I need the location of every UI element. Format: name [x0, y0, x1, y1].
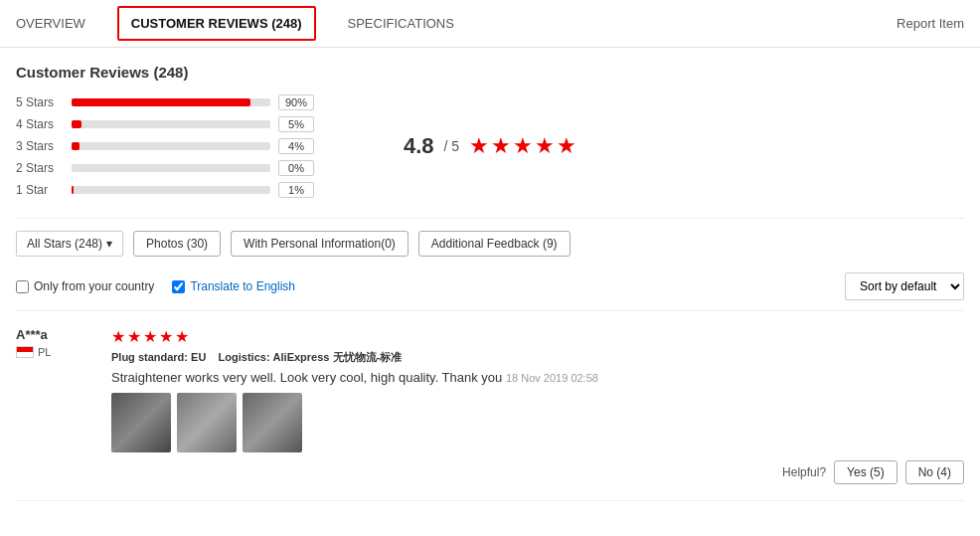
logistics-label: Logistics: [219, 351, 270, 363]
reviewer-name: A***a [16, 327, 48, 342]
rating-bars: 5 Stars 90% 4 Stars 5% 3 Stars 4% 2 Star… [16, 94, 334, 198]
translate-checkbox-item: Translate to English [172, 279, 295, 293]
reviewer-country: PL [38, 346, 51, 358]
bar-pct: 5% [278, 116, 314, 132]
bar-pct: 0% [278, 160, 314, 176]
star-4: ★ [535, 133, 555, 159]
score-number: 4.8 [404, 133, 434, 159]
star-1: ★ [469, 133, 489, 159]
bar-fill [72, 186, 74, 194]
review-body: Straightener works very well. Look very … [111, 370, 502, 385]
review-images [111, 393, 964, 452]
top-nav: OVERVIEW CUSTOMER REVIEWS (248) SPECIFIC… [0, 0, 980, 48]
bar-label: 3 Stars [16, 139, 64, 153]
bar-pct: 1% [278, 182, 314, 198]
helpful-yes-btn[interactable]: Yes (5) [834, 460, 898, 484]
review-content: ★ ★ ★ ★ ★ Plug standard: EU Logistics: A… [111, 327, 964, 484]
checkbox-row: Only from your country Translate to Engl… [16, 265, 964, 311]
translate-checkbox[interactable] [172, 280, 185, 293]
bar-label: 1 Star [16, 183, 64, 197]
main-content: Customer Reviews (248) 5 Stars 90% 4 Sta… [0, 48, 980, 501]
bar-label: 2 Stars [16, 161, 64, 175]
review-meta: Plug standard: EU Logistics: AliExpress … [111, 350, 964, 365]
review-date: 18 Nov 2019 02:58 [506, 372, 598, 384]
review-star-3: ★ [143, 327, 157, 346]
personal-info-filter-btn[interactable]: With Personal Information(0) [231, 231, 408, 257]
bar-pct: 4% [278, 138, 314, 154]
star-2: ★ [491, 133, 511, 159]
all-stars-label: All Stars (248) [27, 237, 102, 251]
plug-standard-value: EU [191, 351, 206, 363]
bar-row: 1 Star 1% [16, 182, 334, 198]
reviews-list: A***a PL ★ ★ ★ ★ ★ Plug standard: EU [16, 311, 964, 501]
section-title: Customer Reviews (248) [16, 64, 964, 81]
bar-row: 4 Stars 5% [16, 116, 334, 132]
bar-row: 3 Stars 4% [16, 138, 334, 154]
country-checkbox[interactable] [16, 280, 29, 293]
bar-fill [72, 142, 80, 150]
bar-label: 4 Stars [16, 117, 64, 131]
review-image-1[interactable] [111, 393, 171, 452]
reviewer-info: A***a PL [16, 327, 95, 484]
report-item-link[interactable]: Report Item [897, 16, 964, 31]
review-image-2[interactable] [177, 393, 237, 452]
bar-track[interactable] [72, 98, 270, 106]
star-5: ★ [557, 133, 576, 159]
sort-row: Sort by default Sort by date Sort by hel… [845, 272, 964, 300]
additional-filter-btn[interactable]: Additional Feedback (9) [418, 231, 571, 257]
helpful-no-btn[interactable]: No (4) [905, 460, 964, 484]
translate-label[interactable]: Translate to English [190, 279, 295, 293]
bar-row: 5 Stars 90% [16, 94, 334, 110]
dropdown-chevron-icon: ▾ [106, 237, 112, 251]
bar-row: 2 Stars 0% [16, 160, 334, 176]
reviews-summary: 5 Stars 90% 4 Stars 5% 3 Stars 4% 2 Star… [16, 94, 964, 198]
review-star-1: ★ [111, 327, 125, 346]
bar-track[interactable] [72, 186, 270, 194]
bar-pct: 90% [278, 94, 314, 110]
nav-specifications[interactable]: SPECIFICATIONS [348, 2, 454, 45]
review-star-5: ★ [175, 327, 189, 346]
overall-stars: ★ ★ ★ ★ ★ [469, 133, 576, 159]
review-star-2: ★ [127, 327, 141, 346]
helpful-label: Helpful? [782, 465, 826, 479]
country-checkbox-item: Only from your country [16, 279, 154, 293]
bar-label: 5 Stars [16, 95, 64, 109]
pl-flag-icon [16, 346, 34, 358]
review-star-4: ★ [159, 327, 173, 346]
bar-fill [72, 98, 250, 106]
country-label[interactable]: Only from your country [34, 279, 154, 293]
helpful-row: Helpful? Yes (5) No (4) [111, 452, 964, 484]
sort-select[interactable]: Sort by default Sort by date Sort by hel… [845, 272, 964, 300]
score-denom: / 5 [444, 138, 460, 154]
all-stars-dropdown[interactable]: All Stars (248) ▾ [16, 231, 123, 257]
review-image-3[interactable] [243, 393, 302, 452]
photos-filter-btn[interactable]: Photos (30) [133, 231, 221, 257]
bar-track[interactable] [72, 164, 270, 172]
review-item: A***a PL ★ ★ ★ ★ ★ Plug standard: EU [16, 311, 964, 501]
bar-track[interactable] [72, 120, 270, 128]
nav-overview[interactable]: OVERVIEW [16, 2, 85, 45]
reviewer-flag: PL [16, 346, 51, 358]
bar-track[interactable] [72, 142, 270, 150]
logistics-value: AliExpress 无忧物流-标准 [273, 351, 403, 363]
star-3: ★ [513, 133, 533, 159]
plug-standard-label: Plug standard: [111, 351, 188, 363]
bar-fill [72, 120, 82, 128]
review-text: Straightener works very well. Look very … [111, 370, 964, 385]
review-stars: ★ ★ ★ ★ ★ [111, 327, 964, 346]
overall-score: 4.8 / 5 ★ ★ ★ ★ ★ [374, 133, 606, 159]
nav-customer-reviews[interactable]: CUSTOMER REVIEWS (248) [117, 6, 316, 41]
filters-row: All Stars (248) ▾ Photos (30) With Perso… [16, 218, 964, 265]
